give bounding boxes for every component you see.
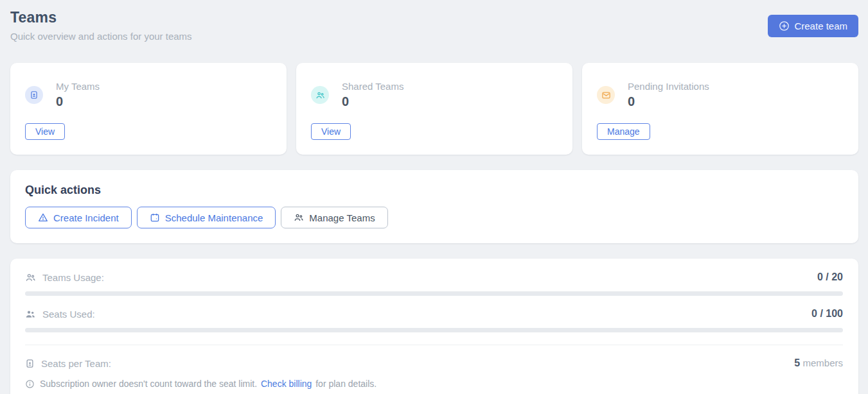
card-text: Pending Invitations 0 (628, 81, 709, 109)
contact-card-icon (25, 86, 43, 104)
seats-per-team-label: Seats per Team: (41, 358, 111, 369)
info-circle-icon (25, 379, 35, 389)
teams-page: Teams Quick overview and actions for you… (0, 0, 868, 394)
note-text: Subscription owner doesn't count toward … (40, 379, 376, 389)
teams-usage-label: Teams Usage: (42, 272, 104, 283)
quick-actions-buttons: Create Incident Schedule Maintenance Man… (25, 207, 843, 228)
check-billing-link[interactable]: Check billing (261, 379, 312, 389)
seats-per-team-label-group: Seats per Team: (25, 358, 111, 369)
calendar-icon (150, 212, 160, 223)
circle-plus-icon (779, 21, 790, 31)
envelope-icon (597, 86, 615, 104)
stats-cards-row: My Teams 0 View Shared Teams 0 View (10, 63, 858, 155)
users-outline-icon (25, 272, 36, 283)
note-suffix-text: for plan details. (315, 379, 376, 389)
card-label: Pending Invitations (628, 81, 709, 92)
shared-teams-card: Shared Teams 0 View (296, 63, 572, 155)
card-value: 0 (628, 94, 709, 109)
manage-teams-label: Manage Teams (309, 212, 375, 223)
usage-panel: Teams Usage: 0 / 20 Seats Used: 0 / 100 (10, 259, 858, 394)
teams-usage-value: 0 / 20 (817, 271, 843, 283)
my-teams-card: My Teams 0 View (10, 63, 287, 155)
create-incident-button[interactable]: Create Incident (25, 207, 132, 228)
seats-used-label: Seats Used: (42, 309, 95, 320)
card-top: My Teams 0 (25, 81, 272, 109)
pending-invitations-card: Pending Invitations 0 Manage (582, 63, 858, 155)
manage-invitations-button[interactable]: Manage (597, 123, 650, 140)
card-label: My Teams (56, 81, 100, 92)
note-main-text: Subscription owner doesn't count toward … (40, 379, 257, 389)
view-my-teams-button[interactable]: View (25, 123, 65, 140)
quick-actions-title: Quick actions (25, 184, 843, 197)
teams-usage-row: Teams Usage: 0 / 20 (25, 271, 843, 283)
seats-used-value: 0 / 100 (811, 308, 843, 320)
seats-per-team-row: Seats per Team: 5 members (25, 357, 843, 369)
page-subtitle: Quick overview and actions for your team… (10, 31, 192, 42)
page-header: Teams Quick overview and actions for you… (10, 9, 858, 42)
card-value: 0 (342, 94, 403, 109)
card-text: Shared Teams 0 (342, 81, 403, 109)
create-team-label: Create team (794, 21, 847, 31)
card-top: Pending Invitations 0 (597, 81, 844, 109)
create-team-button[interactable]: Create team (768, 15, 858, 37)
card-label: Shared Teams (342, 81, 403, 92)
card-top: Shared Teams 0 (311, 81, 558, 109)
page-title: Teams (10, 9, 192, 26)
schedule-maintenance-label: Schedule Maintenance (165, 212, 263, 223)
seats-used-progressbar (25, 328, 843, 332)
seats-per-team-number: 5 (794, 357, 800, 368)
users-group-icon (311, 86, 329, 104)
manage-teams-button[interactable]: Manage Teams (281, 207, 387, 228)
teams-usage-label-group: Teams Usage: (25, 272, 104, 283)
contact-card-icon (25, 359, 35, 368)
users-icon (294, 212, 304, 223)
view-shared-teams-button[interactable]: View (311, 123, 351, 140)
header-text: Teams Quick overview and actions for you… (10, 9, 192, 42)
usage-divider (25, 345, 843, 345)
card-text: My Teams 0 (56, 81, 100, 109)
seat-limit-note: Subscription owner doesn't count toward … (25, 379, 843, 389)
warning-triangle-icon (38, 212, 48, 223)
card-value: 0 (56, 94, 100, 109)
seats-used-label-group: Seats Used: (25, 309, 95, 320)
seats-per-team-suffix: members (802, 357, 843, 368)
schedule-maintenance-button[interactable]: Schedule Maintenance (137, 207, 276, 228)
teams-usage-progressbar (25, 291, 843, 296)
create-incident-label: Create Incident (53, 212, 119, 223)
seats-per-team-value: 5 members (794, 357, 843, 369)
users-filled-icon (25, 309, 36, 320)
seats-used-row: Seats Used: 0 / 100 (25, 308, 843, 320)
quick-actions-panel: Quick actions Create Incident Schedule M… (10, 170, 858, 243)
